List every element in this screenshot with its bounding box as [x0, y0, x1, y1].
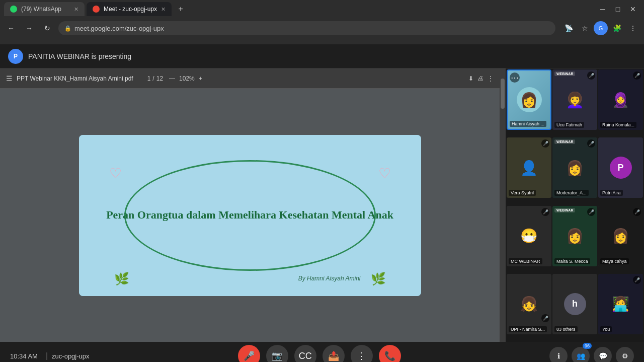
participant-tile-ucu[interactable]: WEBINAR 👩‍🦱 🎤 Ucu Fatimah	[552, 69, 597, 130]
meeting-time: 10:34 AM	[10, 352, 38, 360]
time-separator: |	[46, 351, 48, 360]
mic-off-icon-maya: 🎤	[633, 208, 641, 216]
pdf-toolbar-left: ☰ PPT Webinar KKN_Hamni Aisyah Amini.pdf…	[6, 75, 202, 83]
tile-upi-content: 👧 🎤	[507, 274, 551, 334]
minimize-button[interactable]: ─	[596, 2, 610, 16]
lock-icon: 🔒	[64, 25, 71, 32]
hamni-options-icon[interactable]: ⋯	[510, 73, 520, 83]
meet-container: P PANITIA WEBINAR is presenting ☰ PPT We…	[0, 44, 644, 342]
pdf-page-info: 1 / 12 — 102% +	[147, 75, 202, 82]
tab-meet[interactable]: Meet - zuc-opgj-upx ✕	[87, 2, 172, 16]
pdf-total-pages: 12	[156, 75, 163, 82]
activities-button[interactable]: ⚙	[616, 347, 634, 362]
participant-tile-hamni[interactable]: 👩 ⋯ Hamni Aisyah ...	[507, 69, 551, 130]
participant-tile-upi[interactable]: 👧 🎤 UPI - Namira S...	[507, 274, 551, 334]
webinar-badge-maira: WEBINAR	[554, 208, 575, 212]
tab-whatsapp-close[interactable]: ✕	[74, 6, 78, 13]
slide-title: Peran Orangtua dalam Memelihara Kesehata…	[96, 197, 404, 233]
chat-button[interactable]: 💬	[594, 347, 612, 362]
participants-count: 96	[583, 343, 592, 349]
tile-hamni-content: 👩 ⋯	[508, 70, 550, 129]
browser-nav: ← → ↻ 🔒 meet.google.com/zuc-opgj-upx 📡 ☆…	[0, 18, 644, 38]
scroll-area[interactable]	[500, 68, 506, 342]
participant-name-vera: Vera Syafril	[509, 190, 536, 196]
participant-name-ucu: Ucu Fatimah	[554, 122, 584, 128]
pdf-download-icon[interactable]: ⬇	[468, 75, 473, 82]
pdf-toolbar-right: ⬇ 🖨 ⋮	[468, 75, 494, 82]
tab-meet-close[interactable]: ✕	[161, 6, 166, 13]
pdf-filename: PPT Webinar KKN_Hamni Aisyah Amini.pdf	[17, 75, 133, 82]
info-button[interactable]: ℹ	[549, 347, 568, 362]
putri-avatar: P	[610, 157, 632, 179]
mic-off-icon-ucu: 🎤	[587, 71, 595, 80]
camera-button[interactable]: 📷	[266, 345, 288, 362]
forward-button[interactable]: →	[22, 21, 36, 35]
participant-name-others: 83 others	[554, 326, 578, 332]
meet-bottombar: 10:34 AM | zuc-opgj-upx 🎤 📷 CC 📤 ⋮ 📞 ℹ 👥…	[0, 342, 644, 362]
close-button[interactable]: ✕	[626, 2, 640, 16]
participant-tile-mc[interactable]: 😷 🎤 MC WEBINAR	[507, 206, 551, 266]
pdf-more-icon[interactable]: ⋮	[488, 75, 494, 82]
pdf-menu-icon[interactable]: ☰	[6, 75, 13, 83]
restore-button[interactable]: □	[611, 2, 625, 16]
webinar-badge-mod: WEBINAR	[554, 139, 575, 144]
tile-putri-content: P	[598, 137, 643, 198]
meeting-code: zuc-opgj-upx	[52, 352, 89, 360]
new-tab-button[interactable]: +	[174, 2, 188, 16]
presentation-area: ☰ PPT Webinar KKN_Hamni Aisyah Amini.pdf…	[0, 68, 500, 342]
participant-tile-vera[interactable]: 👤 🎤 Vera Syafril	[507, 137, 551, 198]
address-bar[interactable]: 🔒 meet.google.com/zuc-opgj-upx	[58, 21, 555, 35]
browser-titlebar: (79) WhatsApp ✕ Meet - zuc-opgj-upx ✕ + …	[0, 0, 644, 18]
hangup-button[interactable]: 📞	[379, 345, 401, 362]
participant-tile-putri[interactable]: P Putri Aira	[598, 137, 643, 198]
participants-panel: 👩 ⋯ Hamni Aisyah ... WEBINAR 👩‍🦱 🎤 Ucu F…	[506, 68, 644, 342]
pdf-page-separator: /	[152, 75, 154, 82]
cast-icon[interactable]: 📡	[561, 21, 576, 35]
tile-others-content: h	[552, 274, 597, 334]
slide-wrapper: ♡ ♡ Peran Orangtua dalam Memelihara Kese…	[79, 135, 421, 296]
tab-whatsapp[interactable]: (79) WhatsApp ✕	[4, 2, 85, 16]
mic-off-icon-upi: 🎤	[541, 314, 549, 322]
present-button[interactable]: 📤	[323, 345, 345, 362]
participant-tile-maira[interactable]: WEBINAR 👩 🎤 Maira S. Mecca	[552, 206, 597, 266]
back-button[interactable]: ←	[4, 21, 18, 35]
participants-button[interactable]: 👥	[572, 347, 590, 362]
pdf-zoom-out[interactable]: —	[169, 75, 175, 82]
menu-icon[interactable]: ⋮	[626, 21, 640, 35]
profile-icon[interactable]: G	[594, 21, 608, 35]
slide-subtitle: By Hamni Aisyah Amini	[298, 275, 361, 282]
meet-favicon	[93, 6, 100, 13]
leaf-bottom-left-icon: 🌿	[114, 272, 129, 286]
participant-name-moderator: Moderator_A...	[554, 190, 589, 196]
participant-tile-you[interactable]: 👩‍💻 🎤 You	[598, 274, 643, 334]
heart-right-icon: ♡	[378, 165, 391, 182]
pdf-zoom-in[interactable]: +	[199, 75, 202, 82]
mute-button[interactable]: 🎤	[238, 345, 260, 362]
participant-name-hamni: Hamni Aisyah ...	[510, 121, 546, 127]
pdf-zoom-level: 102%	[179, 75, 195, 82]
extensions-icon[interactable]: 🧩	[610, 21, 624, 35]
tile-you-content: 👩‍💻 🎤	[598, 274, 643, 334]
address-text: meet.google.com/zuc-opgj-upx	[74, 25, 164, 32]
participant-tile-others[interactable]: h 83 others	[552, 274, 597, 334]
tab-whatsapp-label: (79) WhatsApp	[21, 6, 61, 13]
slide-inner: ♡ ♡ Peran Orangtua dalam Memelihara Kese…	[79, 135, 421, 296]
bottom-right-controls: ℹ 👥 96 💬 ⚙	[549, 347, 634, 362]
pdf-print-icon[interactable]: 🖨	[477, 75, 484, 82]
tile-vera-content: 👤 🎤	[507, 137, 551, 198]
participant-tile-maya[interactable]: 👩 🎤 Maya cahya	[598, 206, 643, 266]
participant-tile-raina[interactable]: 🧕 🎤 Raina Komala...	[598, 69, 643, 130]
mic-off-icon-you: 🎤	[633, 276, 641, 284]
scroll-thumb[interactable]	[501, 79, 505, 109]
more-button[interactable]: ⋮	[351, 345, 373, 362]
webinar-badge-ucu: WEBINAR	[554, 71, 575, 76]
bookmark-icon[interactable]: ☆	[578, 21, 592, 35]
participant-tile-moderator[interactable]: WEBINAR 👩 🎤 Moderator_A...	[552, 137, 597, 198]
participants-button-wrapper: 👥 96	[572, 347, 590, 362]
reload-button[interactable]: ↻	[40, 21, 54, 35]
heart-left-icon: ♡	[109, 165, 122, 182]
whatsapp-favicon	[10, 6, 17, 13]
tile-maira-content: WEBINAR 👩 🎤	[552, 206, 597, 266]
captions-button[interactable]: CC	[294, 345, 316, 362]
tile-maya-content: 👩 🎤	[598, 206, 643, 266]
